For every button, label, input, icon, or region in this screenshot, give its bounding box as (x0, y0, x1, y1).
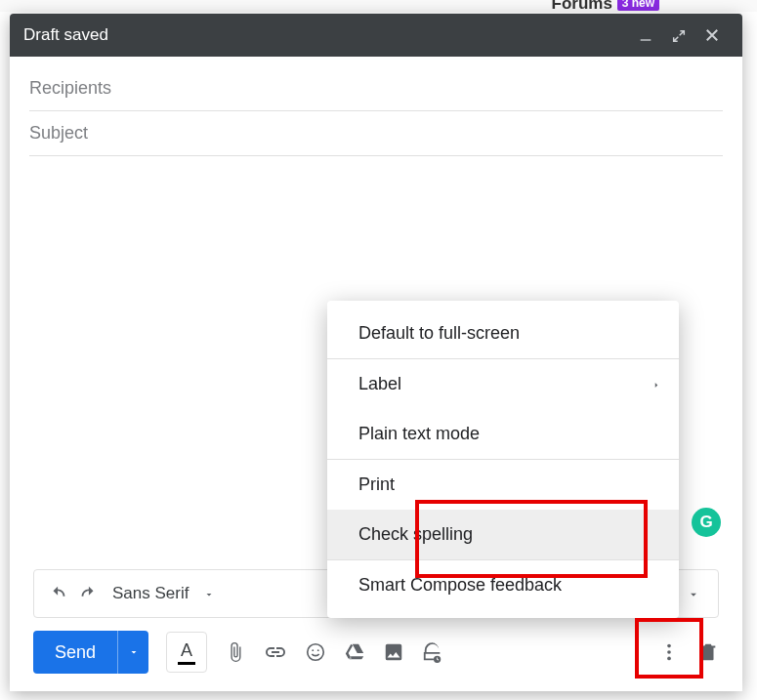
compose-window: Draft saved Recipients Subject Sans Seri… (10, 14, 742, 691)
menu-item-print[interactable]: Print (327, 460, 679, 510)
undo-button[interactable] (44, 583, 73, 604)
forums-new-badge: 3 new (617, 0, 659, 11)
forums-label: Forums (552, 0, 612, 13)
more-options-button[interactable] (658, 641, 680, 663)
font-family-selector[interactable]: Sans Serif (112, 584, 189, 603)
text-color-button[interactable]: A (166, 632, 207, 673)
chevron-right-icon (652, 374, 661, 394)
svg-point-4 (667, 644, 671, 648)
attach-file-button[interactable] (225, 641, 246, 663)
menu-item-label-text: Label (358, 374, 401, 393)
menu-item-label[interactable]: Label (327, 359, 679, 409)
text-color-underline (178, 662, 195, 665)
confidential-mode-button[interactable] (422, 641, 443, 663)
svg-point-6 (667, 657, 671, 661)
menu-item-fullscreen[interactable]: Default to full-screen (327, 309, 679, 358)
compose-bottom-bar: Send A (33, 631, 719, 674)
more-options-menu: Default to full-screen Label Plain text … (327, 301, 679, 618)
recipients-field[interactable]: Recipients (29, 66, 723, 111)
insert-image-button[interactable] (383, 641, 404, 663)
close-button[interactable] (695, 26, 729, 45)
compose-titlebar: Draft saved (10, 14, 742, 57)
format-more-dropdown[interactable] (679, 584, 708, 603)
send-options-button[interactable] (117, 631, 148, 674)
svg-point-3 (317, 649, 319, 651)
font-dropdown-icon[interactable] (194, 584, 224, 603)
discard-draft-button[interactable] (697, 641, 719, 663)
menu-item-smart-compose[interactable]: Smart Compose feedback (327, 560, 679, 610)
menu-item-check-spelling[interactable]: Check spelling (327, 510, 679, 559)
compose-fields: Recipients Subject (10, 57, 742, 156)
fullscreen-button[interactable] (662, 26, 695, 44)
insert-drive-button[interactable] (344, 641, 365, 663)
compose-title: Draft saved (23, 25, 629, 45)
minimize-button[interactable] (629, 26, 662, 44)
svg-rect-0 (641, 39, 652, 40)
insert-link-button[interactable] (264, 640, 287, 664)
svg-point-1 (308, 644, 324, 661)
menu-item-plaintext[interactable]: Plain text mode (327, 409, 679, 459)
send-button-group: Send (33, 631, 148, 674)
svg-point-5 (667, 650, 671, 654)
grammarly-badge[interactable]: G (692, 508, 721, 537)
subject-field[interactable]: Subject (29, 111, 723, 156)
svg-point-2 (312, 649, 314, 651)
text-color-letter: A (181, 640, 192, 661)
insert-emoji-button[interactable] (305, 641, 326, 663)
background-forums: Forums 3 new (552, 0, 659, 14)
send-button[interactable]: Send (33, 631, 117, 674)
redo-button[interactable] (73, 583, 103, 604)
